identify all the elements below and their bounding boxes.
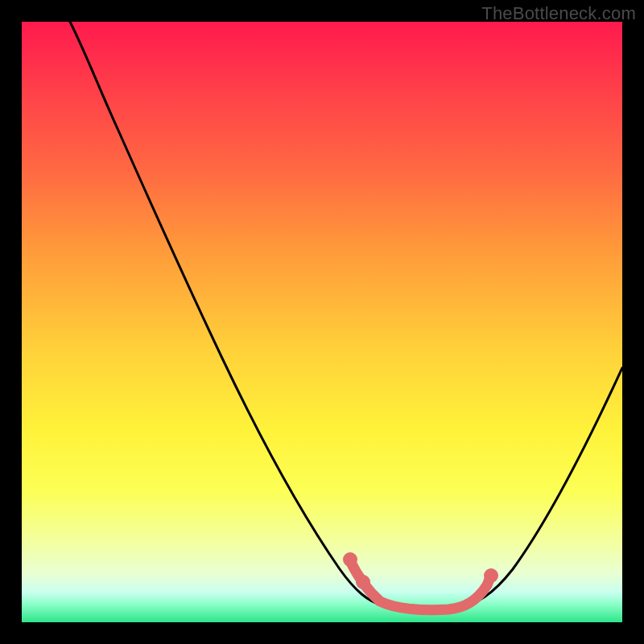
watermark-text: TheBottleneck.com [481,3,636,24]
chart-svg [22,22,622,622]
optimal-marker [356,575,370,589]
bottleneck-curve [70,22,622,610]
chart-frame: TheBottleneck.com [0,0,644,644]
chart-plot-area [22,22,622,622]
optimal-range-line [350,561,490,610]
optimal-marker [343,552,357,567]
optimal-marker [484,568,498,583]
